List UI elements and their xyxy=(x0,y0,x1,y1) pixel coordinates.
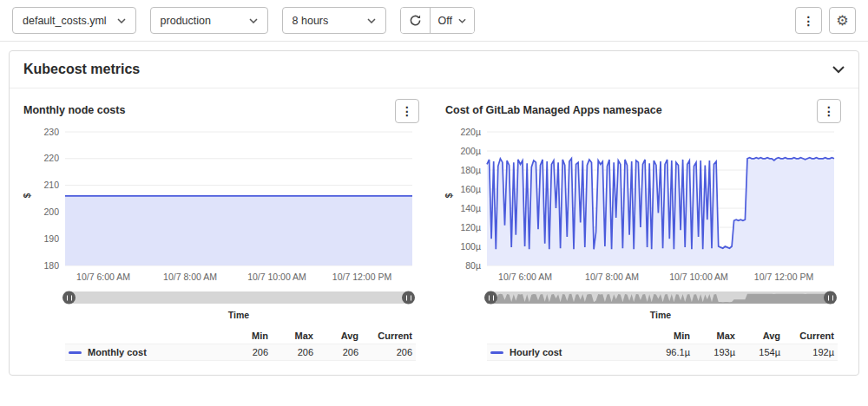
settings-button[interactable]: ⚙ xyxy=(829,7,856,34)
refresh-icon xyxy=(409,14,422,27)
kebab-icon: ⋮ xyxy=(803,15,815,27)
y-tick-label: 160µ xyxy=(460,184,481,194)
x-axis-label: Time xyxy=(487,310,834,320)
y-axis-label: $ xyxy=(444,193,454,199)
y-tick-label: 180 xyxy=(43,260,59,271)
y-tick-label: 140µ xyxy=(460,203,481,213)
scrubber-preview xyxy=(487,291,834,304)
chart-gitlab-managed-apps-cost: Cost of GitLab Managed Apps namespace ⋮ … xyxy=(445,99,841,361)
y-tick-label: 200 xyxy=(43,206,59,217)
series-color-swatch xyxy=(490,351,503,354)
legend-current-value: 192µ xyxy=(780,347,834,357)
legend-header-avg: Avg xyxy=(735,331,780,341)
chart-title: Monthly node costs xyxy=(23,99,125,116)
chart-more-actions-button[interactable]: ⋮ xyxy=(817,99,841,123)
legend-header-min: Min xyxy=(645,331,690,341)
chart-header: Monthly node costs ⋮ xyxy=(23,99,419,123)
legend-series-row[interactable]: Hourly cost 96.1µ 193µ 154µ 192µ xyxy=(487,344,838,361)
legend-max-value: 206 xyxy=(268,347,313,357)
legend-max-value: 193µ xyxy=(690,347,735,357)
y-tick-label: 210 xyxy=(43,180,59,190)
legend-header-max: Max xyxy=(690,331,735,341)
kebab-icon: ⋮ xyxy=(401,105,413,117)
series-area xyxy=(65,196,412,265)
toolbar-actions: ⋮ ⚙ xyxy=(795,7,856,34)
x-tick-label: 10/7 10:00 AM xyxy=(247,272,306,282)
chevron-down-icon xyxy=(117,18,126,23)
chart-header: Cost of GitLab Managed Apps namespace ⋮ xyxy=(445,99,841,123)
y-tick-label: 120µ xyxy=(460,222,481,232)
chart-more-actions-button[interactable]: ⋮ xyxy=(395,99,419,123)
legend-header-row: Min Max Avg Current xyxy=(487,328,838,344)
y-tick-label: 180µ xyxy=(460,165,481,175)
y-tick-label: 230 xyxy=(43,127,59,137)
refresh-controls: Off xyxy=(400,7,475,34)
legend-header-max: Max xyxy=(268,331,313,341)
panel-title: Kubecost metrics xyxy=(23,62,140,77)
scrubber-handle-left[interactable] xyxy=(62,291,76,304)
y-tick-label: 220µ xyxy=(460,127,481,137)
chart-plot[interactable]: 220µ200µ180µ160µ140µ120µ100µ80µ10/7 6:00… xyxy=(445,125,838,288)
scrubber-handle-right[interactable] xyxy=(402,291,415,304)
chevron-down-icon xyxy=(367,18,376,23)
gear-icon: ⚙ xyxy=(836,14,848,28)
refresh-rate-value: Off xyxy=(438,15,452,27)
refresh-button[interactable] xyxy=(401,8,430,33)
chevron-down-icon xyxy=(458,18,466,23)
kebab-icon: ⋮ xyxy=(823,105,835,117)
legend-series-row[interactable]: Monthly cost 206 206 206 206 xyxy=(65,344,416,361)
legend-header-min: Min xyxy=(223,331,268,341)
time-range-select-value: 8 hours xyxy=(293,15,329,27)
refresh-rate-select[interactable]: Off xyxy=(430,8,474,33)
x-tick-label: 10/7 8:00 AM xyxy=(163,272,217,282)
plot-area: $ 220µ200µ180µ160µ140µ120µ100µ80µ10/7 6:… xyxy=(445,125,841,288)
legend-table: Min Max Avg Current Monthly cost 206 206… xyxy=(65,328,416,361)
chart-plot[interactable]: 23022021020019018010/7 6:00 AM10/7 8:00 … xyxy=(23,125,416,288)
dashboard-toolbar: default_costs.yml production 8 hours Off… xyxy=(0,0,868,42)
legend-header-row: Min Max Avg Current xyxy=(65,328,416,344)
scrubber-preview xyxy=(65,291,412,304)
time-range-scrubber[interactable] xyxy=(487,291,834,304)
legend-min-value: 206 xyxy=(223,347,268,357)
chevron-down-icon xyxy=(249,18,258,23)
y-tick-label: 190 xyxy=(43,233,59,244)
legend-current-value: 206 xyxy=(358,347,412,357)
panel-header[interactable]: Kubecost metrics xyxy=(10,51,858,88)
x-axis-label: Time xyxy=(65,310,412,320)
x-tick-label: 10/7 12:00 PM xyxy=(754,272,813,282)
y-tick-label: 220 xyxy=(43,153,59,163)
legend-avg-value: 206 xyxy=(313,347,358,357)
time-range-select[interactable]: 8 hours xyxy=(282,7,386,34)
x-tick-label: 10/7 6:00 AM xyxy=(76,272,130,282)
scrubber-handle-left[interactable] xyxy=(484,291,497,304)
chart-monthly-node-costs: Monthly node costs ⋮ $ 23022021020019018… xyxy=(23,99,419,361)
legend-header-current: Current xyxy=(780,331,834,341)
y-tick-label: 100µ xyxy=(460,241,481,252)
dashboard-yaml-select[interactable]: default_costs.yml xyxy=(12,7,136,34)
dashboard-yaml-select-value: default_costs.yml xyxy=(23,15,107,27)
legend-header-current: Current xyxy=(358,331,412,341)
series-label: Monthly cost xyxy=(88,347,147,357)
legend-avg-value: 154µ xyxy=(735,347,780,357)
x-tick-label: 10/7 6:00 AM xyxy=(498,272,552,282)
charts-row: Monthly node costs ⋮ $ 23022021020019018… xyxy=(10,88,858,375)
scrubber-preview-area xyxy=(487,294,834,304)
y-tick-label: 200µ xyxy=(460,146,481,156)
scrubber-handle-right[interactable] xyxy=(824,291,837,304)
time-range-scrubber[interactable] xyxy=(65,291,412,304)
y-tick-label: 80µ xyxy=(465,260,481,271)
collapse-chevron-icon[interactable] xyxy=(832,66,845,74)
legend-header-avg: Avg xyxy=(313,331,358,341)
y-axis-label: $ xyxy=(23,193,32,199)
x-tick-label: 10/7 8:00 AM xyxy=(585,272,639,282)
x-tick-label: 10/7 10:00 AM xyxy=(669,272,728,282)
legend-min-value: 96.1µ xyxy=(645,347,690,357)
series-color-swatch xyxy=(69,351,82,354)
plot-area: $ 23022021020019018010/7 6:00 AM10/7 8:0… xyxy=(23,125,419,288)
environment-select-value: production xyxy=(161,15,211,27)
series-label: Hourly cost xyxy=(510,347,562,357)
environment-select[interactable]: production xyxy=(150,7,268,34)
legend-series-name: Monthly cost xyxy=(69,347,223,357)
legend-table: Min Max Avg Current Hourly cost 96.1µ 19… xyxy=(487,328,838,361)
more-actions-button[interactable]: ⋮ xyxy=(795,7,822,34)
